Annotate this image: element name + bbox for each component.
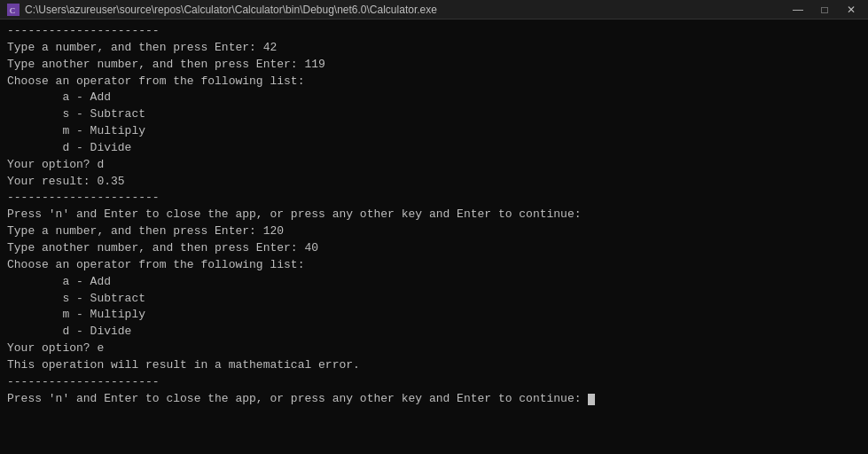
window-title: C:\Users\azureuser\source\repos\Calculat…	[25, 4, 437, 16]
console-line: a - Add	[7, 274, 861, 291]
maximize-button[interactable]: □	[811, 0, 838, 20]
console-line: Choose an operator from the following li…	[7, 74, 861, 90]
console-body: ----------------------Type a number, and…	[0, 20, 868, 454]
console-line: d - Divide	[7, 324, 861, 340]
console-line: ----------------------	[7, 374, 861, 391]
console-line: Your option? d	[7, 157, 861, 174]
console-line: a - Add	[7, 90, 861, 106]
console-line: Your option? e	[7, 340, 861, 357]
console-line: m - Multiply	[7, 307, 861, 324]
console-line: s - Subtract	[7, 106, 861, 123]
console-line: This operation will result in a mathemat…	[7, 357, 861, 374]
console-line: m - Multiply	[7, 123, 861, 140]
title-bar: C C:\Users\azureuser\source\repos\Calcul…	[0, 0, 868, 20]
console-line: s - Subtract	[7, 291, 861, 308]
console-line: Type another number, and then press Ente…	[7, 240, 861, 257]
close-button[interactable]: ✕	[838, 0, 864, 20]
cursor-blink	[588, 394, 595, 405]
console-line: Type a number, and then press Enter: 42	[7, 40, 861, 57]
svg-text:C: C	[10, 6, 15, 15]
console-line: Press 'n' and Enter to close the app, or…	[7, 391, 861, 408]
app-icon: C	[7, 4, 20, 16]
minimize-button[interactable]: —	[785, 0, 811, 20]
console-line: Type a number, and then press Enter: 120	[7, 223, 861, 240]
console-line: ----------------------	[7, 190, 861, 207]
console-line: Choose an operator from the following li…	[7, 257, 861, 274]
console-line: Press 'n' and Enter to close the app, or…	[7, 207, 861, 223]
console-line: ----------------------	[7, 23, 861, 40]
console-line: Type another number, and then press Ente…	[7, 57, 861, 74]
console-line: Your result: 0.35	[7, 174, 861, 191]
console-line: d - Divide	[7, 140, 861, 157]
